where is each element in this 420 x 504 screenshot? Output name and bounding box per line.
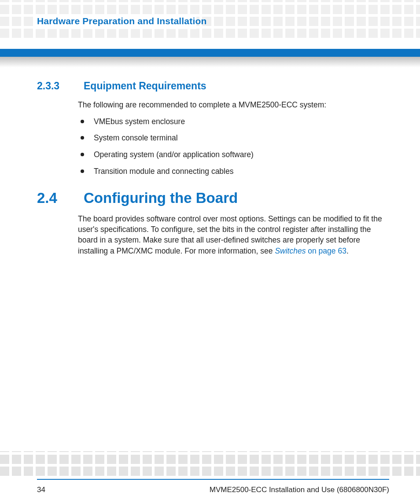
section-24-heading: 2.4 Configuring the Board [37, 190, 389, 206]
section-24-body: The board provides software control over… [78, 213, 389, 256]
section-233-title: Equipment Requirements [84, 80, 206, 92]
header-shadow [0, 57, 420, 67]
footer: 34 MVME2500-ECC Installation and Use (68… [37, 486, 389, 494]
decorative-squares-bottom [0, 451, 420, 476]
content-area: 2.3.3 Equipment Requirements The followi… [37, 80, 389, 256]
chapter-title: Hardware Preparation and Installation [37, 16, 207, 26]
switches-link[interactable]: Switches [275, 246, 306, 255]
page-number: 34 [37, 486, 45, 494]
list-item: VMEbus system enclosure [78, 117, 389, 127]
section-24-number: 2.4 [37, 190, 71, 206]
list-item: Transition module and connecting cables [78, 166, 389, 177]
list-item: System console terminal [78, 133, 389, 143]
section-24-body-end: . [346, 246, 349, 255]
header-blue-bar [0, 49, 420, 57]
section-233-heading: 2.3.3 Equipment Requirements [37, 80, 389, 92]
list-item: Operating system (and/or application sof… [78, 150, 389, 160]
switches-link-page[interactable]: on page 63 [306, 246, 346, 255]
section-24-title: Configuring the Board [84, 190, 238, 206]
footer-rule [37, 479, 389, 480]
equipment-list: VMEbus system enclosure System console t… [78, 117, 389, 177]
section-233-number: 2.3.3 [37, 80, 71, 92]
doc-title: MVME2500-ECC Installation and Use (68068… [210, 486, 389, 494]
section-233-intro: The following are recommended to complet… [78, 100, 389, 110]
